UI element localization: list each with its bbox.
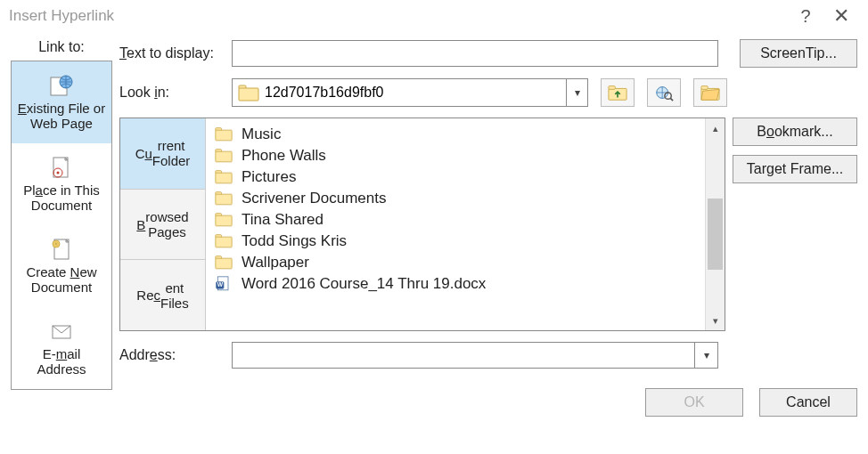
svg-rect-25: [216, 215, 232, 226]
folder-icon: [215, 233, 233, 249]
folder-icon: [215, 212, 233, 228]
scroll-down-icon[interactable]: ▾: [706, 311, 725, 330]
target-frame-button[interactable]: Target Frame...: [733, 155, 857, 183]
text-to-display-label: Text to display:: [119, 45, 225, 61]
file-item[interactable]: Tina Shared: [209, 209, 701, 231]
file-item[interactable]: Scrivener Documents: [209, 188, 701, 209]
cancel-button[interactable]: Cancel: [759, 388, 857, 417]
new-document-icon: [49, 238, 74, 261]
file-name: Word 2016 Course_14 Thru 19.docx: [242, 275, 486, 293]
word-doc-icon: W: [215, 276, 233, 292]
folder-icon: [215, 255, 233, 271]
file-item[interactable]: Wallpaper: [209, 252, 701, 273]
svg-rect-21: [216, 173, 232, 183]
folder-icon: [215, 126, 233, 142]
link-to-email[interactable]: E-mail Address: [12, 307, 111, 389]
svg-rect-29: [216, 258, 232, 269]
title-bar: Insert Hyperlink ? ✕: [0, 0, 868, 32]
file-name: Phone Walls: [242, 147, 326, 165]
svg-rect-9: [239, 88, 258, 101]
svg-rect-27: [216, 237, 232, 247]
file-item[interactable]: Pictures: [209, 166, 701, 188]
svg-rect-19: [216, 151, 232, 162]
browse-web-button[interactable]: [647, 78, 681, 107]
help-icon[interactable]: ?: [788, 6, 823, 27]
tab-current-folder[interactable]: CurrentFolder: [120, 118, 205, 190]
look-in-label: Look in:: [119, 85, 225, 101]
file-item[interactable]: WWord 2016 Course_14 Thru 19.docx: [209, 273, 701, 295]
folder-icon: [215, 148, 233, 164]
tab-browsed-pages[interactable]: BrowsedPages: [120, 190, 205, 261]
link-to-place-in-doc[interactable]: Place in This Document: [12, 143, 111, 225]
svg-rect-17: [216, 130, 232, 141]
file-name: Wallpaper: [242, 254, 309, 272]
scroll-up-icon[interactable]: ▴: [706, 118, 725, 138]
look-in-combo[interactable]: 12d7017b16d9fbf0 ▾: [232, 78, 588, 107]
globe-page-icon: [49, 74, 74, 97]
email-icon: [49, 320, 74, 343]
folder-icon: [238, 84, 259, 101]
file-item[interactable]: Phone Walls: [209, 145, 701, 166]
screentip-button[interactable]: ScreenTip...: [740, 39, 857, 68]
text-to-display-input[interactable]: [232, 40, 718, 67]
file-name: Tina Shared: [242, 211, 323, 229]
address-input[interactable]: [233, 343, 694, 368]
browse-file-button[interactable]: [693, 78, 727, 107]
close-icon[interactable]: ✕: [823, 4, 859, 28]
address-label: Address:: [119, 347, 225, 363]
chevron-down-icon[interactable]: ▾: [566, 79, 587, 106]
look-in-value: 12d7017b16d9fbf0: [265, 85, 566, 101]
file-item[interactable]: Music: [209, 124, 701, 145]
scrollbar[interactable]: ▴ ▾: [705, 118, 725, 330]
folder-icon: [215, 169, 233, 185]
window-title: Insert Hyperlink: [9, 7, 788, 25]
file-name: Pictures: [242, 168, 296, 186]
scroll-thumb[interactable]: [708, 199, 723, 270]
file-item[interactable]: Todd Sings Kris: [209, 231, 701, 252]
svg-text:W: W: [217, 281, 224, 288]
document-target-icon: [49, 156, 74, 179]
file-name: Music: [242, 126, 281, 143]
folder-icon: [215, 191, 233, 207]
link-to-label: Link to:: [38, 39, 85, 61]
svg-point-4: [57, 172, 60, 174]
file-name: Scrivener Documents: [242, 190, 387, 207]
chevron-down-icon[interactable]: ▾: [694, 343, 717, 368]
link-to-existing-file[interactable]: Existing File or Web Page: [12, 61, 111, 143]
bookmark-button[interactable]: Bookmark...: [733, 118, 857, 146]
tab-recent-files[interactable]: RecentFiles: [120, 260, 205, 330]
svg-rect-23: [216, 194, 232, 205]
up-folder-button[interactable]: [601, 78, 635, 107]
file-browser: CurrentFolder BrowsedPages RecentFiles M…: [119, 118, 725, 331]
address-combo[interactable]: ▾: [232, 342, 718, 369]
link-to-list: Existing File or Web Page Place in This …: [11, 61, 112, 390]
link-to-create-new[interactable]: Create New Document: [12, 225, 111, 307]
file-name: Todd Sings Kris: [242, 232, 347, 250]
svg-rect-15: [701, 86, 708, 90]
svg-rect-11: [609, 86, 615, 90]
ok-button[interactable]: OK: [645, 388, 743, 417]
